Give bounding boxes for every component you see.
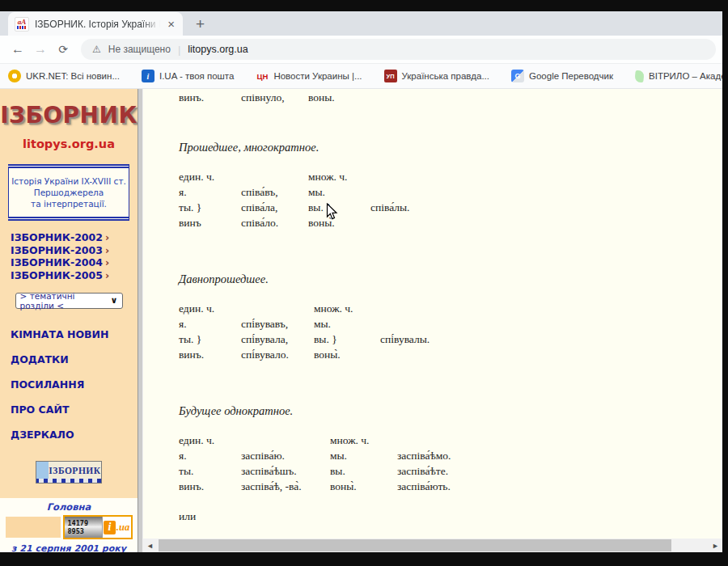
sidebar-menu-item[interactable]: ПОСИЛАННЯ [11,378,109,391]
table-cell: множ. ч. [308,169,370,184]
url-text[interactable]: litopys.org.ua [188,44,248,55]
scrollbar-track[interactable] [157,539,709,552]
partial-table-row: винъ.співнуло,воны. [179,90,722,105]
browser-tab[interactable]: аА ІЗБОРНИК. Історія України IX-X × [8,12,183,36]
tab-close-icon[interactable]: × [166,18,176,30]
address-bar[interactable]: ⚠ Не защищено | litopys.org.ua [81,39,716,60]
table-cell [370,90,722,105]
table-cell: я. [179,184,241,200]
table-cell: множ. ч. [330,433,397,448]
topics-dropdown[interactable]: > тематичні розділи < ∨ [15,293,123,309]
bookmark-item[interactable]: GGoogle Переводчик [511,70,613,82]
bookmark-item[interactable]: UKR.NET: Всі новин... [8,70,120,82]
bookmarks-bar: UKR.NET: Всі новин...iI.UA - твоя поштаЦ… [0,64,722,89]
new-tab-button[interactable]: + [196,16,205,32]
iua-counter-banner[interactable]: 14179 8953 i .ua [63,515,133,539]
table-cell: заспіва́ѣте. [397,463,722,479]
banner-strip [36,479,101,483]
table-cell: винъ. [179,347,241,362]
table-cell: един. ч. [179,433,241,448]
sidebar-year-link[interactable]: ІЗБОРНИК-2003› [11,244,109,257]
security-warning-icon[interactable]: ⚠ [92,44,101,55]
sidebar-year-link[interactable]: ІЗБОРНИК-2004› [11,256,109,269]
content-frame: винъ.співнуло,воны. Прошедшее, многократ… [143,89,722,552]
table-cell: воны̀. [330,479,397,494]
reload-button[interactable]: ⟳ [52,38,74,61]
table-cell: ты. } [179,200,241,215]
frame-divider[interactable] [138,89,143,552]
iua-icon: i [142,70,154,82]
site-description-line: та інтерпретації. [11,198,126,209]
bookmark-item[interactable]: ЦННовости Украины |... [256,70,362,82]
table-cell: заспіва́ю. [241,448,330,463]
scroll-left-icon[interactable]: ◄ [143,539,157,552]
iua-logo-icon: i .ua [103,517,131,538]
table-cell: заспіва́ють. [397,479,722,494]
table-cell: заспіва́ѣмо. [397,448,722,463]
omnibox-separator: | [178,44,180,56]
table-cell: множ. ч. [314,301,380,316]
bookmark-item[interactable]: ВІТРИЛО – Академ... [635,70,722,82]
bookmark-item[interactable]: iI.UA - твоя пошта [142,70,234,82]
table-cell [241,301,314,316]
sidebar-year-link[interactable]: ІЗБОРНИК-2002› [11,231,109,244]
back-button[interactable]: ← [6,38,29,61]
forward-button[interactable]: → [29,38,52,61]
banner-blue-square [36,462,49,479]
conjugation-table: един. ч.множ. ч.я.спі́вувавъ,мы.ты. }спі… [179,301,722,362]
table-cell [370,215,722,230]
table-cell [241,169,308,184]
table-cell: спі́вувалы. [380,332,722,347]
section-heading: Давнопрошедшее. [179,272,722,286]
sidebar-menu-item[interactable]: ДОДАТКИ [11,353,109,365]
table-cell: вы. [330,463,397,479]
sidebar-year-link[interactable]: ІЗБОРНИК-2005› [11,269,109,282]
section-heading: Будущее однократное. [179,404,722,418]
table-cell: воны̀. [314,347,380,362]
site-since-text: з 21 серпня 2001 року [11,543,126,552]
site-favicon-icon: аА [15,17,29,32]
security-warning-text: Не защищено [108,44,171,55]
home-link[interactable]: Головна [47,501,91,513]
site-title[interactable]: ІЗБОРНИК [0,102,138,129]
table-cell: я. [179,316,241,332]
table-cell: заспіва́ѣшъ. [241,463,330,479]
grammar-section: Будущее однократное.един. ч.множ. ч.я.за… [179,404,722,494]
bookmark-label: Новости Украины |... [273,71,362,81]
conjugation-table: един. ч.множ. ч.я.співа́въ,мы.ты. }співа… [179,169,722,230]
table-cell: един. ч. [179,169,241,184]
table-cell [241,433,330,448]
table-cell: ты. } [179,332,241,347]
bookmark-item[interactable]: УПУкраїнська правда... [384,70,489,82]
sidebar-menu-item[interactable]: ДЗЕРКАЛО [11,429,109,441]
table-cell: един. ч. [179,301,241,316]
sidebar-menu-item[interactable]: КІМНАТА НОВИН [11,328,109,340]
site-description-line: Історія України IX-XVIII ст. [11,175,126,187]
table-cell: мы. [330,448,397,463]
browser-toolbar: ← → ⟳ ⚠ Не защищено | litopys.org.ua [0,36,722,64]
table-cell: мы. [308,184,370,200]
scrollbar-thumb[interactable] [159,539,671,551]
table-cell [380,347,722,362]
scroll-right-icon[interactable]: ► [709,539,722,552]
table-cell [380,301,722,316]
bookmark-label: Українська правда... [402,71,489,81]
table-cell: ты. [179,463,241,479]
translate-icon: G [511,70,524,82]
tab-title: ІЗБОРНИК. Історія України IX-X [35,19,160,30]
year-links: ІЗБОРНИК-2002›ІЗБОРНИК-2003›ІЗБОРНИК-200… [0,231,109,281]
sidebar-menu-item[interactable]: ПРО САЙТ [11,403,109,416]
tab-strip: аА ІЗБОРНИК. Історія України IX-X × + [0,11,722,36]
banner-label: ІЗБОРНИК [49,462,101,479]
sidebar-menu: КІМНАТА НОВИНДОДАТКИПОСИЛАННЯПРО САЙТДЗЕ… [0,328,109,454]
browser-window: аА ІЗБОРНИК. Історія України IX-X × + ← … [0,11,722,552]
table-cell: винъ. [179,90,241,105]
section-heading: Прошедшее, многократное. [179,141,722,154]
table-cell: спі́вувавъ, [241,316,314,332]
or-text: или [179,510,722,523]
horizontal-scrollbar[interactable]: ◄ ► [143,539,722,552]
censor-icon: ЦН [256,70,269,82]
site-domain-link[interactable]: litopys.org.ua [23,137,115,150]
page-area: ІЗБОРНИК litopys.org.ua Історія України … [0,89,722,552]
izbornyk-banner[interactable]: ІЗБОРНИК [36,461,102,484]
